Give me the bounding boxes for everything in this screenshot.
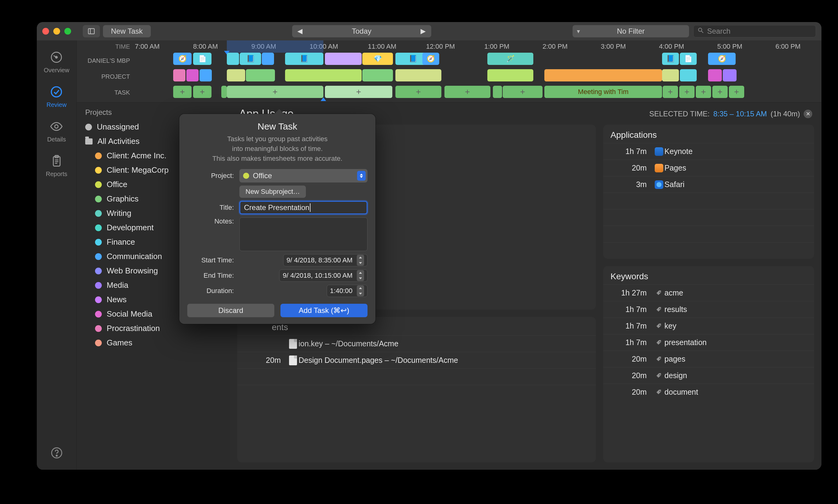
task-track[interactable]: + + + + + + + Meeting with Tim + +	[135, 86, 821, 100]
sidebar-item[interactable]: Games	[83, 336, 226, 350]
dot-icon	[95, 268, 102, 274]
row-label: Keynote	[665, 147, 807, 156]
nav-details[interactable]: Details	[47, 119, 66, 143]
new-task-button[interactable]: New Task	[103, 25, 151, 37]
discard-button[interactable]: Discard	[187, 304, 274, 317]
activity-segment[interactable]: 📘	[662, 53, 679, 65]
task-add-segment[interactable]: +	[173, 86, 192, 98]
add-task-button[interactable]: Add Task (⌘↩)	[280, 304, 367, 317]
document-row[interactable]: 20m Design Document.pages – ~/Documents/…	[237, 352, 596, 368]
task-add-segment[interactable]: +	[696, 86, 711, 98]
project-segment[interactable]	[362, 69, 393, 82]
project-segment[interactable]	[662, 69, 679, 82]
project-segment[interactable]	[227, 69, 245, 82]
new-subproject-button[interactable]: New Subproject…	[239, 185, 306, 198]
activity-segment[interactable]: 🪄	[488, 53, 533, 65]
hour-tick: 2:00 PM	[543, 40, 601, 53]
start-time-input[interactable]: 9/ 4/2018, 8:35:00 AM	[283, 254, 367, 266]
application-row[interactable]: 20mPages	[603, 160, 814, 176]
keyword-row[interactable]: 1h 7mpresentation	[603, 334, 814, 350]
activity-segment[interactable]: 💎	[362, 53, 393, 65]
project-segment[interactable]	[723, 69, 737, 82]
project-select[interactable]: Office	[239, 169, 367, 182]
activity-segment[interactable]: 📄	[193, 53, 211, 65]
task-add-segment[interactable]: +	[325, 86, 392, 98]
title-input[interactable]: Create Presentation	[239, 201, 367, 214]
popover-title: New Task	[187, 121, 367, 132]
search-input[interactable]: Search	[693, 25, 816, 37]
zoom-window-button[interactable]	[64, 28, 71, 35]
applications-card: Applications 1h 7mKeynote20mPages3mSafar…	[603, 125, 814, 259]
stepper-icon[interactable]	[357, 270, 364, 281]
close-window-button[interactable]	[42, 28, 49, 35]
task-add-segment[interactable]: +	[663, 86, 678, 98]
clear-selection-button[interactable]: ✕	[804, 110, 812, 118]
project-segment[interactable]	[200, 69, 212, 82]
notes-textarea[interactable]	[239, 217, 367, 251]
project-segment[interactable]	[680, 69, 697, 82]
dot-icon	[95, 282, 102, 289]
stepper-icon[interactable]	[357, 255, 364, 266]
prev-day-button[interactable]: ◀	[292, 25, 308, 37]
duration-input[interactable]: 1:40:00	[327, 285, 367, 297]
application-row[interactable]: 1h 7mKeynote	[603, 143, 814, 160]
end-time-input[interactable]: 9/ 4/2018, 10:15:00 AM	[279, 269, 367, 282]
keyword-row[interactable]: 20mdocument	[603, 384, 814, 400]
activity-segment[interactable]: 📄	[680, 53, 697, 65]
selection-range[interactable]	[227, 40, 323, 53]
selection-end-handle[interactable]	[321, 97, 326, 101]
task-add-segment[interactable]: +	[444, 86, 491, 98]
task-add-segment[interactable]: +	[712, 86, 728, 98]
keyword-row[interactable]: 1h 7mkey	[603, 318, 814, 334]
project-segment[interactable]	[173, 69, 185, 82]
keyword-row[interactable]: 20mpages	[603, 350, 814, 367]
task-add-segment[interactable]: +	[395, 86, 441, 98]
project-segment[interactable]	[544, 69, 662, 82]
sidebar-item-label: News	[107, 295, 126, 304]
activity-segment[interactable]	[325, 53, 362, 65]
tag-icon	[653, 372, 665, 379]
activity-segment[interactable]: 📘	[285, 53, 323, 65]
keyword-row[interactable]: 1h 27macme	[603, 285, 814, 301]
nav-reports[interactable]: Reports	[46, 154, 67, 178]
task-add-segment[interactable]: +	[729, 86, 744, 98]
activity-segment[interactable]	[262, 53, 274, 65]
activity-segment[interactable]	[227, 53, 239, 65]
stepper-icon[interactable]	[357, 285, 364, 296]
project-segment[interactable]	[395, 69, 441, 82]
empty-row	[603, 193, 814, 209]
next-day-button[interactable]: ▶	[415, 25, 431, 37]
keyword-row[interactable]: 1h 7mresults	[603, 301, 814, 318]
task-segment-meeting[interactable]: Meeting with Tim	[544, 86, 662, 98]
task-add-segment[interactable]: +	[193, 86, 211, 98]
activity-segment[interactable]: 📘	[405, 53, 422, 65]
help-button[interactable]	[49, 445, 64, 461]
activity-segment[interactable]: 📘	[240, 53, 261, 65]
timeline-tracks[interactable]: 7:00 AM 8:00 AM 9:00 AM 10:00 AM 11:00 A…	[135, 40, 821, 102]
hour-tick: 12:00 PM	[426, 40, 484, 53]
sidebar-toggle-button[interactable]	[83, 25, 100, 37]
document-row[interactable]: ion.key – ~/Documents/Acme	[237, 335, 596, 352]
minimize-window-button[interactable]	[53, 28, 60, 35]
filter-dropdown[interactable]: ▾ No Filter	[572, 25, 689, 37]
task-add-segment[interactable]: +	[503, 86, 543, 98]
activity-segment[interactable]: 🧭	[173, 53, 192, 65]
device-track[interactable]: 🧭 📄 📘 📘 💎 📘 🧭 🪄 📘	[135, 53, 821, 67]
task-add-segment[interactable]: +	[227, 86, 323, 98]
keyword-row[interactable]: 20mdesign	[603, 367, 814, 384]
today-button[interactable]: Today	[308, 25, 415, 37]
project-track[interactable]	[135, 69, 821, 83]
nav-overview[interactable]: Overview	[44, 50, 69, 74]
project-segment[interactable]	[246, 69, 275, 82]
project-segment[interactable]	[708, 69, 722, 82]
activity-segment[interactable]: 🧭	[422, 53, 439, 65]
nav-review[interactable]: Review	[47, 84, 67, 108]
project-segment[interactable]	[488, 69, 533, 82]
row-label: ion.key – ~/Documents/Acme	[298, 339, 588, 348]
activity-segment[interactable]: 🧭	[708, 53, 736, 65]
project-segment[interactable]	[186, 69, 199, 82]
project-segment[interactable]	[285, 69, 362, 82]
task-add-segment[interactable]: +	[679, 86, 695, 98]
project-label: Project:	[187, 172, 239, 180]
application-row[interactable]: 3mSafari	[603, 176, 814, 193]
